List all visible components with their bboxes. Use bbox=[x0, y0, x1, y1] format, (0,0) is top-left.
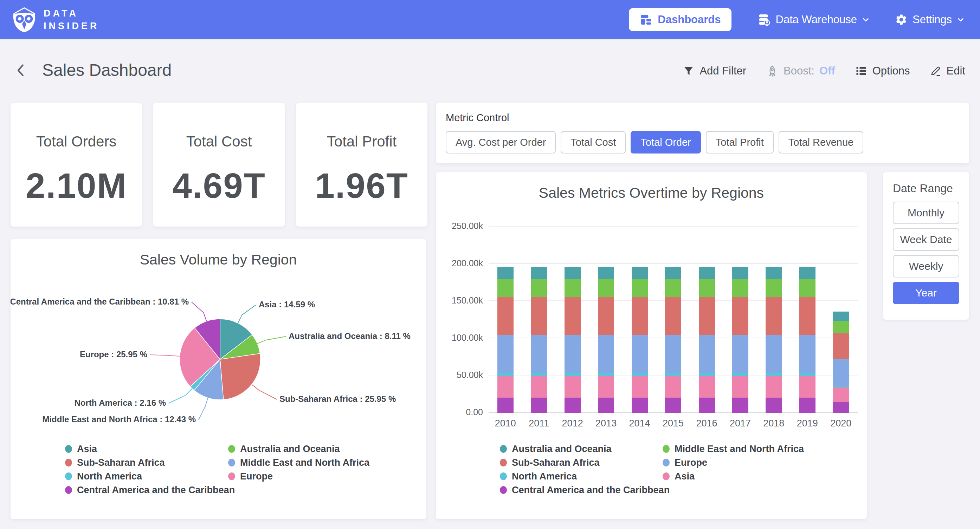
legend-item-asia[interactable]: Asia bbox=[65, 444, 235, 454]
brand: DATA INSIDER bbox=[11, 6, 99, 33]
legend-label: North America bbox=[77, 471, 142, 482]
legend-dot bbox=[228, 472, 235, 480]
bar-segment-2017-sub-saharan-africa bbox=[732, 297, 748, 335]
bar-segment-2012-middle-east-and-north-africa bbox=[565, 279, 581, 297]
bar-segment-2010-asia bbox=[497, 376, 514, 398]
legend-item-europe[interactable]: Europe bbox=[663, 458, 804, 468]
bar-segment-2016-asia bbox=[699, 376, 715, 398]
bar-segment-2015-asia bbox=[665, 376, 681, 398]
bar-segment-2018-australia-and-oceania bbox=[765, 267, 782, 279]
bar-segment-2012-europe bbox=[565, 335, 581, 373]
kpi-card-total-cost: Total Cost 4.69T bbox=[153, 103, 285, 227]
nav-item-dashboards[interactable]: Dashboards bbox=[629, 8, 731, 31]
bar-segment-2020-asia bbox=[833, 388, 849, 402]
boost-toggle[interactable]: Boost: Off bbox=[766, 65, 835, 77]
bar-segment-2018-europe bbox=[765, 335, 782, 373]
bar-segment-2010-sub-saharan-africa bbox=[497, 297, 514, 335]
kpi-label: Total Profit bbox=[296, 133, 428, 150]
bar-segment-2015-sub-saharan-africa bbox=[665, 297, 681, 335]
legend-item-australia-and-oceania[interactable]: Australia and Oceania bbox=[228, 444, 369, 454]
kpi-card-total-profit: Total Profit 1.96T bbox=[296, 103, 428, 227]
bar-segment-2013-europe bbox=[598, 335, 614, 373]
edit-button[interactable]: Edit bbox=[930, 65, 965, 77]
legend-column: Middle East and North AfricaEuropeAsia bbox=[663, 444, 804, 481]
bar-segment-2014-europe bbox=[632, 335, 648, 373]
date-range-option-weekly[interactable]: Weekly bbox=[893, 255, 959, 278]
bar-segment-2015-north-america bbox=[665, 373, 681, 376]
legend-label: Sub-Saharan Africa bbox=[512, 458, 600, 468]
pie-label-line-europe bbox=[150, 355, 180, 356]
metric-option-total-order[interactable]: Total Order bbox=[631, 131, 700, 154]
legend-dot bbox=[228, 459, 235, 467]
gridline-250.00k bbox=[488, 226, 858, 227]
x-tick-2012: 2012 bbox=[556, 418, 589, 429]
bar-segment-2017-north-america bbox=[732, 373, 748, 376]
kpi-value: 1.96T bbox=[296, 165, 428, 206]
bar-segment-2013-sub-saharan-africa bbox=[598, 297, 614, 335]
legend-column: Australia and OceaniaSub-Saharan AfricaN… bbox=[500, 444, 670, 495]
metric-option-total-revenue[interactable]: Total Revenue bbox=[779, 131, 863, 154]
legend-label: Middle East and North Africa bbox=[675, 444, 804, 454]
bar-segment-2010-australia-and-oceania bbox=[497, 267, 514, 279]
bar-segment-2017-asia bbox=[732, 376, 748, 398]
legend-item-australia-and-oceania[interactable]: Australia and Oceania bbox=[500, 444, 670, 454]
metric-option-total-profit[interactable]: Total Profit bbox=[706, 131, 774, 154]
metric-option-avg-cost-per-order[interactable]: Avg. Cost per Order bbox=[446, 131, 556, 154]
legend-dot bbox=[65, 459, 72, 467]
legend-item-central-america-and-the-caribbean[interactable]: Central America and the Caribbean bbox=[65, 485, 235, 495]
bar-segment-2017-europe bbox=[732, 335, 748, 373]
bar-segment-2018-sub-saharan-africa bbox=[765, 297, 782, 335]
bar-segment-2017-middle-east-and-north-africa bbox=[732, 279, 748, 297]
page-header: Sales Dashboard bbox=[14, 60, 172, 80]
kpi-label: Total Orders bbox=[11, 133, 142, 150]
bar-segment-2016-north-america bbox=[699, 373, 715, 376]
nav-item-settings-label: Settings bbox=[913, 13, 952, 26]
date-range-option-monthly[interactable]: Monthly bbox=[893, 202, 959, 224]
date-range-options: MonthlyWeek DateWeeklyYear bbox=[893, 202, 959, 304]
legend-item-sub-saharan-africa[interactable]: Sub-Saharan Africa bbox=[65, 458, 235, 468]
bar-segment-2013-central-america-and-the-caribbean bbox=[598, 398, 614, 413]
legend-item-asia[interactable]: Asia bbox=[663, 471, 804, 481]
pie-label-australia-and-oceania: Australia and Oceania : 8.11 % bbox=[289, 331, 426, 341]
nav-item-data-warehouse[interactable]: Data Warehouse bbox=[757, 13, 870, 27]
header-toolbar: Add Filter Boost: Off Options bbox=[682, 65, 965, 77]
bar-segment-2013-australia-and-oceania bbox=[598, 267, 614, 279]
bar-segment-2017-central-america-and-the-caribbean bbox=[732, 398, 748, 413]
bar-plot-area bbox=[488, 227, 858, 413]
bar-segment-2019-europe bbox=[799, 335, 816, 373]
nav-item-settings[interactable]: Settings bbox=[895, 13, 964, 26]
date-range-option-week-date[interactable]: Week Date bbox=[893, 228, 959, 251]
x-tick-2013: 2013 bbox=[589, 418, 623, 429]
legend-item-europe[interactable]: Europe bbox=[228, 471, 369, 481]
bar-segment-2019-middle-east-and-north-africa bbox=[799, 279, 816, 297]
bar-segment-2014-north-america bbox=[632, 373, 648, 376]
metric-options: Avg. Cost per OrderTotal CostTotal Order… bbox=[446, 131, 863, 154]
legend-dot bbox=[663, 445, 670, 453]
legend-label: Europe bbox=[240, 471, 273, 482]
legend-label: Central America and the Caribbean bbox=[77, 485, 235, 496]
legend-label: Asia bbox=[77, 444, 97, 454]
y-tick-100.00k: 100.00k bbox=[436, 333, 483, 343]
bar-segment-2014-sub-saharan-africa bbox=[632, 297, 648, 335]
bar-segment-2011-north-america bbox=[531, 373, 547, 376]
bar-segment-2011-europe bbox=[531, 335, 547, 373]
bar-segment-2011-middle-east-and-north-africa bbox=[531, 279, 547, 297]
x-tick-2020: 2020 bbox=[824, 418, 858, 429]
options-button[interactable]: Options bbox=[855, 65, 910, 77]
metric-option-total-cost[interactable]: Total Cost bbox=[561, 131, 626, 154]
back-button[interactable] bbox=[14, 61, 28, 79]
legend-dot bbox=[663, 459, 670, 467]
date-range-option-year[interactable]: Year bbox=[893, 282, 959, 304]
legend-item-central-america-and-the-caribbean[interactable]: Central America and the Caribbean bbox=[500, 485, 670, 495]
legend-item-middle-east-and-north-africa[interactable]: Middle East and North Africa bbox=[228, 458, 369, 468]
legend-item-sub-saharan-africa[interactable]: Sub-Saharan Africa bbox=[500, 458, 670, 468]
legend-item-middle-east-and-north-africa[interactable]: Middle East and North Africa bbox=[663, 444, 804, 454]
legend-item-north-america[interactable]: North America bbox=[65, 471, 235, 481]
metric-control-card: Metric Control Avg. Cost per OrderTotal … bbox=[436, 103, 969, 163]
pie-label-asia: Asia : 14.59 % bbox=[259, 300, 426, 310]
add-filter-button[interactable]: Add Filter bbox=[682, 65, 746, 77]
x-tick-2017: 2017 bbox=[724, 418, 757, 429]
bar-segment-2020-sub-saharan-africa bbox=[833, 334, 849, 359]
legend-item-north-america[interactable]: North America bbox=[500, 471, 670, 481]
legend-label: Middle East and North Africa bbox=[240, 458, 369, 468]
